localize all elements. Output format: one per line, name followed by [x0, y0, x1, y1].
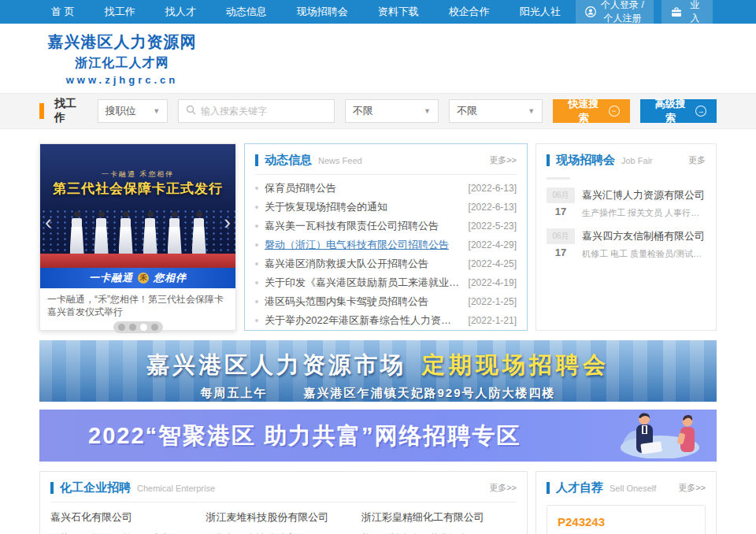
- speed-icon: ∙∙: [609, 106, 620, 117]
- news-item-date: [2022-4-25]: [469, 258, 517, 269]
- job-fair-day: 17: [547, 244, 575, 258]
- news-feed-subtitle: News Feed: [318, 156, 362, 165]
- chemical-more-link[interactable]: 更多>>: [489, 482, 517, 494]
- news-more-link[interactable]: 更多>>: [489, 154, 517, 166]
- section-accent-bar: [547, 154, 550, 166]
- enterprise-entry-button[interactable]: 企业入口: [662, 0, 713, 42]
- filter-dropdown-2[interactable]: 不限 ▼: [449, 99, 543, 123]
- job-fair-more-link[interactable]: 更多: [688, 154, 706, 166]
- news-item-date: [2022-1-21]: [469, 315, 517, 326]
- nav-home[interactable]: 首 页: [36, 0, 90, 24]
- job-fair-banner[interactable]: 嘉兴港区人力资源市场 定期现场招聘会 每周五上午 嘉兴港区乍浦镇天妃路929号人…: [39, 340, 717, 402]
- carousel-dot-4[interactable]: [151, 324, 158, 331]
- news-feed-panel: 动态信息 News Feed 更多>> 保育员招聘公告 [2022-6-13] …: [244, 143, 528, 331]
- job-fair-positions: 生产操作工 报关文员 人事行政助理...: [582, 207, 706, 219]
- news-item[interactable]: 嘉兴港区消防救援大队公开招聘公告 [2022-4-25]: [255, 254, 517, 273]
- nav-job-fair[interactable]: 现场招聘会: [282, 0, 363, 24]
- news-item[interactable]: 嘉兴美一瓦科技有限责任公司招聘公告 [2022-5-23]: [255, 217, 517, 235]
- nav-find-job[interactable]: 找工作: [90, 0, 150, 24]
- chemical-title: 化工企业招聘: [60, 480, 131, 495]
- job-fair-date-badge: 06月 17: [547, 228, 575, 260]
- job-fair-item[interactable]: 06月 17 嘉兴汇博人力资源有限公司 生产操作工 报关文员 人事行政助理...: [536, 187, 716, 219]
- company-listing[interactable]: 浙江彩皇精细化工有限公司 普工（制造科） 营业担当: [361, 510, 517, 534]
- site-logo[interactable]: 嘉兴港区人力资源网 浙江化工人才网 www.zjhgrc.cn: [43, 32, 201, 86]
- bullet-icon: [255, 300, 258, 303]
- job-fair-title: 现场招聘会: [556, 153, 615, 168]
- nav-school-cooperation[interactable]: 校企合作: [434, 0, 505, 24]
- chevron-down-icon: ▼: [153, 107, 160, 115]
- site-title: 嘉兴港区人力资源网: [43, 32, 201, 53]
- carousel-prev-arrow[interactable]: ‹: [45, 212, 52, 232]
- news-item-title: 嘉兴港区消防救援大队公开招聘公告: [265, 257, 461, 271]
- news-item-title: 保育员招聘公告: [265, 181, 461, 195]
- news-item[interactable]: 磐动（浙江）电气科技有限公司招聘公告 [2022-4-29]: [255, 235, 517, 254]
- bullet-icon: [255, 319, 258, 322]
- job-fair-day: 17: [547, 203, 575, 217]
- stage-red-carpet: [40, 254, 235, 268]
- section-accent-bar: [547, 482, 550, 494]
- company-name: 嘉兴石化有限公司: [50, 510, 206, 525]
- news-carousel: 一卡融通 禾您相伴 第三代社会保障卡正式发行 一卡融通 禾 您相伴 ‹: [39, 143, 236, 331]
- news-item-date: [2022-6-13]: [469, 183, 517, 194]
- banner1-title-white: 嘉兴港区人力资源市场: [146, 350, 406, 381]
- bullet-icon: [255, 281, 258, 284]
- advanced-search-label: 高级搜索: [650, 97, 691, 125]
- job-fair-positions: 机修工 电工 质量检验员/测试员 叉车...: [582, 248, 706, 260]
- news-item[interactable]: 保育员招聘公告 [2022-6-13]: [255, 179, 517, 198]
- carousel-dot-1[interactable]: [118, 324, 125, 331]
- briefcase-icon: [671, 7, 682, 17]
- stage-people: [40, 211, 235, 254]
- site-subtitle: 浙江化工人才网: [43, 55, 201, 72]
- advanced-search-button[interactable]: 高级搜索 →: [640, 99, 717, 123]
- arrow-right-icon: →: [695, 106, 706, 117]
- search-input-wrap: [178, 99, 335, 123]
- nav-downloads[interactable]: 资料下载: [363, 0, 434, 24]
- search-category-dropdown[interactable]: 搜职位 ▼: [98, 99, 168, 123]
- search-input[interactable]: [201, 106, 327, 117]
- person-icon: [585, 6, 596, 17]
- news-item[interactable]: 关于举办2022年港区新春综合性人力资源暨春风... [2022-1-21]: [255, 311, 517, 330]
- carousel-caption[interactable]: 一卡融通，“禾”您相伴！第三代社会保障卡嘉兴首发仪式举行: [40, 288, 235, 318]
- news-item-date: [2022-4-19]: [469, 277, 517, 288]
- online-recruitment-banner[interactable]: 2022“智聚港区 助力共富”网络招聘专区: [39, 410, 717, 462]
- bullet-icon: [255, 187, 258, 190]
- search-category-value: 搜职位: [106, 104, 136, 118]
- personal-login-button[interactable]: 个人登录 / 个人注册: [576, 0, 654, 42]
- quick-search-button[interactable]: 快速搜索 ∙∙: [553, 99, 629, 123]
- banner1-address: 嘉兴港区乍浦镇天妃路929号人防大楼四楼: [303, 386, 555, 401]
- nav-sunshine-hr[interactable]: 阳光人社: [505, 0, 576, 24]
- news-item[interactable]: 关于印发《嘉兴港区鼓励新员工来港就业补助操作... [2022-4-19]: [255, 273, 517, 292]
- banner1-schedule: 每周五上午: [200, 386, 267, 401]
- carousel-slide[interactable]: 一卡融通 禾您相伴 第三代社会保障卡正式发行 一卡融通 禾 您相伴 ‹: [40, 144, 235, 288]
- news-item-date: [2022-6-13]: [469, 202, 517, 213]
- news-item-title-hovered: 磐动（浙江）电气科技有限公司招聘公告: [265, 238, 461, 252]
- search-icon: [186, 104, 196, 118]
- company-name: 浙江彩皇精细化工有限公司: [361, 510, 517, 525]
- news-item[interactable]: 关于恢复现场招聘会的通知 [2022-6-13]: [255, 198, 517, 217]
- news-item-date: [2022-1-25]: [469, 296, 517, 307]
- company-listing[interactable]: 嘉兴石化有限公司 工艺员 设备管理 警卫（残疾工）: [50, 510, 206, 534]
- talent-card[interactable]: P243243 男 ｜ 嘉兴市>嘉兴港区 ｜ 八年以上: [547, 505, 706, 534]
- news-item-date: [2022-4-29]: [469, 239, 517, 250]
- nav-find-talent[interactable]: 找人才: [150, 0, 211, 24]
- job-fair-company: 嘉兴四方友信制桶有限公司: [582, 228, 706, 243]
- bullet-icon: [255, 206, 258, 209]
- nav-news[interactable]: 动态信息: [211, 0, 282, 24]
- mini-divider: [547, 177, 570, 180]
- news-item[interactable]: 港区码头范围内集卡驾驶员招聘公告 [2022-1-25]: [255, 292, 517, 311]
- section-accent-bar: [255, 154, 258, 166]
- job-fair-month: 06月: [547, 228, 575, 244]
- carousel-next-arrow[interactable]: ›: [224, 212, 231, 232]
- talent-more-link[interactable]: 更多>>: [678, 482, 706, 494]
- news-item-title: 港区码头范围内集卡驾驶员招聘公告: [265, 295, 461, 309]
- chevron-down-icon: ▼: [528, 107, 535, 115]
- carousel-dot-3[interactable]: [140, 324, 147, 331]
- search-section-label: 找工作: [54, 97, 87, 125]
- search-strip: 找工作 搜职位 ▼ 不限 ▼ 不限 ▼ 快速搜索 ∙∙ 高级搜索 →: [0, 93, 756, 129]
- company-listing[interactable]: 浙江麦堆科技股份有限公司 销售专员 会计 土建主管: [206, 510, 361, 534]
- stage-banner-text-left: 一卡融通: [89, 271, 133, 285]
- enterprise-entry-label: 企业入口: [687, 0, 703, 39]
- job-fair-item[interactable]: 06月 17 嘉兴四方友信制桶有限公司 机修工 电工 质量检验员/测试员 叉车.…: [536, 228, 716, 260]
- filter-dropdown-1[interactable]: 不限 ▼: [345, 99, 439, 123]
- carousel-dot-2[interactable]: [129, 324, 136, 331]
